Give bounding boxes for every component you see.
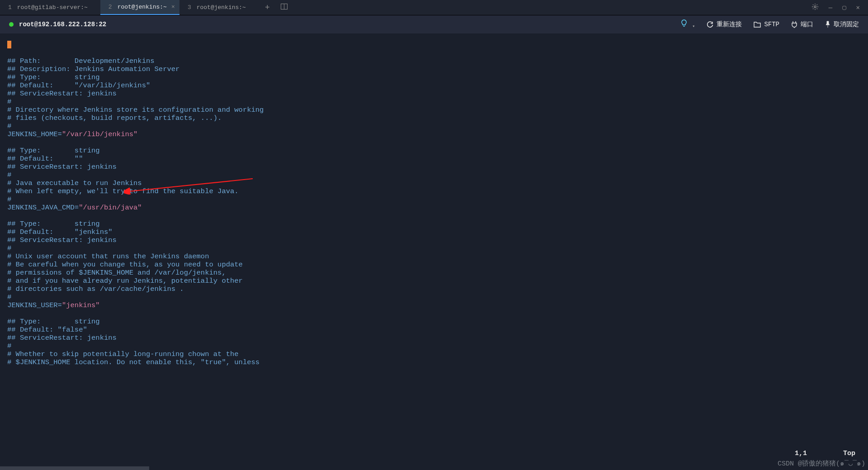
terminal-line: # bbox=[7, 171, 861, 179]
terminal-content[interactable]: ## Path: Development/Jenkins## Descripti… bbox=[0, 33, 868, 366]
terminal-line: # files (checkouts, build reports, artif… bbox=[7, 114, 861, 122]
terminal-line: ## ServiceRestart: jenkins bbox=[7, 163, 861, 171]
terminal-line: ## ServiceRestart: jenkins bbox=[7, 90, 861, 98]
tab-1[interactable]: 1root@gitlab-server:~ bbox=[0, 0, 100, 15]
close-window-icon[interactable]: ✕ bbox=[856, 4, 860, 11]
port-button[interactable]: 端口 bbox=[791, 20, 813, 28]
port-label: 端口 bbox=[801, 20, 813, 28]
terminal-line: ## Type: string bbox=[7, 220, 861, 228]
minimize-icon[interactable]: — bbox=[829, 4, 832, 11]
terminal-line: # When left empty, we'll try to find the… bbox=[7, 187, 861, 195]
terminal-line: ## Default: "" bbox=[7, 155, 861, 163]
terminal-line: ## Path: Development/Jenkins bbox=[7, 57, 861, 65]
settings-gear-icon[interactable] bbox=[811, 3, 819, 12]
terminal-line: JENKINS_JAVA_CMD="/usr/bin/java" bbox=[7, 204, 861, 212]
connection-toolbar: root@192.168.222.128:22 ▾ 重新连接 SFTP 端口 取… bbox=[0, 15, 868, 33]
pin-icon bbox=[825, 21, 830, 28]
new-tab-button[interactable]: + bbox=[259, 3, 276, 12]
terminal-line: ## Description: Jenkins Automation Serve… bbox=[7, 65, 861, 73]
terminal-line: ## Type: string bbox=[7, 147, 861, 155]
tabbar-right: — ▢ ✕ bbox=[811, 3, 868, 12]
watermark-text: CSDN @骄傲的猪猪(๑¯◡¯๑) bbox=[778, 458, 865, 469]
terminal-line: # and if you have already run Jenkins, p… bbox=[7, 277, 861, 285]
connection-status-icon bbox=[9, 22, 14, 27]
hint-bulb-icon[interactable]: ▾ bbox=[681, 19, 695, 29]
terminal-line: # Directory where Jenkins store its conf… bbox=[7, 106, 861, 114]
terminal-line: # bbox=[7, 293, 861, 301]
windows-panes-icon[interactable] bbox=[276, 4, 292, 11]
unpin-button[interactable]: 取消固定 bbox=[825, 20, 859, 28]
tab-3[interactable]: 3root@jenkins:~ bbox=[179, 0, 259, 15]
reconnect-button[interactable]: 重新连接 bbox=[707, 20, 742, 28]
terminal-line: # $JENKINS_HOME location. Do not enable … bbox=[7, 358, 861, 366]
unpin-label: 取消固定 bbox=[834, 20, 859, 28]
chevron-down-icon: ▾ bbox=[692, 24, 695, 29]
terminal-line: ## Type: string bbox=[7, 318, 861, 326]
tab-title: root@gitlab-server:~ bbox=[17, 4, 88, 11]
terminal-line bbox=[7, 138, 861, 147]
tab-title: root@jenkins:~ bbox=[197, 4, 246, 11]
host-label: root@192.168.222.128:22 bbox=[19, 21, 106, 28]
bottom-scrollbar[interactable] bbox=[0, 466, 149, 470]
terminal-line: ## Default: "false" bbox=[7, 326, 861, 334]
tab-index: 1 bbox=[8, 4, 12, 11]
terminal-line: ## Default: "/var/lib/jenkins" bbox=[7, 81, 861, 90]
terminal-line: # Unix user account that runs the Jenkin… bbox=[7, 252, 861, 261]
terminal-line: ## ServiceRestart: jenkins bbox=[7, 236, 861, 244]
terminal-line: # Be careful when you change this, as yo… bbox=[7, 261, 861, 269]
terminal-line: # permissions of $JENKINS_HOME and /var/… bbox=[7, 269, 861, 277]
terminal-line: # Java executable to run Jenkins bbox=[7, 179, 861, 187]
tab-title: root@jenkins:~ bbox=[118, 4, 167, 10]
maximize-icon[interactable]: ▢ bbox=[842, 4, 846, 11]
svg-point-2 bbox=[814, 5, 816, 7]
cursor-position: 1,1 bbox=[795, 450, 807, 457]
terminal-line: JENKINS_USER="jenkins" bbox=[7, 301, 861, 309]
terminal-line: # bbox=[7, 244, 861, 252]
terminal-line: # bbox=[7, 342, 861, 350]
sftp-label: SFTP bbox=[764, 21, 779, 28]
terminal-line: ## Type: string bbox=[7, 73, 861, 81]
terminal-line: # bbox=[7, 195, 861, 204]
terminal-line: ## Default: "jenkins" bbox=[7, 228, 861, 236]
terminal-line: # directories such as /var/cache/jenkins… bbox=[7, 285, 861, 293]
tab-2[interactable]: 2root@jenkins:~× bbox=[100, 0, 179, 15]
terminal-line: # bbox=[7, 122, 861, 130]
refresh-icon bbox=[707, 21, 713, 28]
terminal-line: # bbox=[7, 98, 861, 106]
terminal-line: # Whether to skip potentially long-runni… bbox=[7, 350, 861, 358]
plug-icon bbox=[791, 21, 797, 28]
terminal-line bbox=[7, 212, 861, 220]
tab-bar: 1root@gitlab-server:~2root@jenkins:~×3ro… bbox=[0, 0, 868, 15]
terminal-line: ## ServiceRestart: jenkins bbox=[7, 334, 861, 342]
close-tab-icon[interactable]: × bbox=[171, 4, 175, 10]
text-cursor-icon bbox=[7, 41, 11, 48]
vim-status-line: 1,1 Top bbox=[795, 450, 855, 457]
tabs-container: 1root@gitlab-server:~2root@jenkins:~×3ro… bbox=[0, 0, 259, 15]
terminal-line bbox=[7, 309, 861, 318]
tab-index: 3 bbox=[188, 4, 191, 11]
tab-index: 2 bbox=[108, 4, 112, 10]
scroll-location: Top bbox=[843, 450, 855, 457]
terminal-line: JENKINS_HOME="/var/lib/jenkins" bbox=[7, 130, 861, 138]
sftp-button[interactable]: SFTP bbox=[754, 21, 779, 28]
reconnect-label: 重新连接 bbox=[717, 20, 742, 28]
folder-icon bbox=[754, 21, 761, 28]
